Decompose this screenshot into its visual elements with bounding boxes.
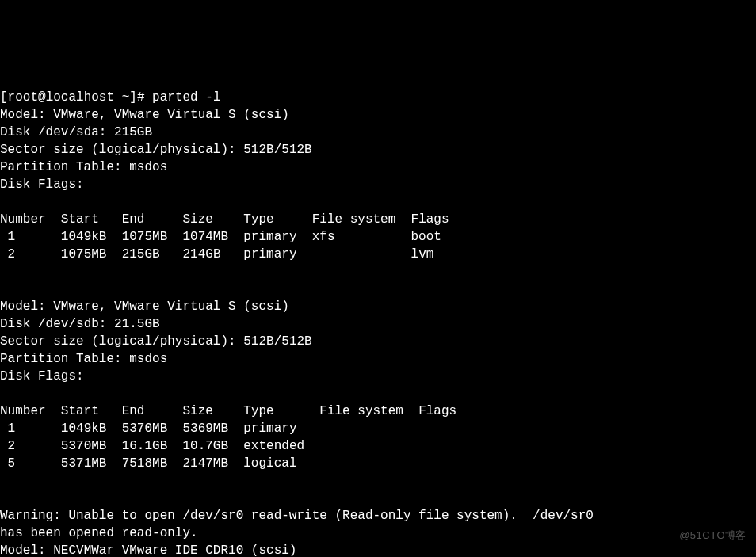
disk0-sector: Sector size (logical/physical): 512B/512… — [0, 143, 312, 157]
disk1-header-row: Number Start End Size Type File system F… — [0, 404, 456, 418]
warning-text: Warning: Unable to open /dev/sr0 read-wr… — [0, 509, 594, 540]
prompt-user: root — [8, 90, 38, 105]
disk1-path: Disk /dev/sdb: 21.5GB — [0, 317, 160, 331]
disk0-partition-row: 2 1075MB 215GB 214GB primary lvm — [0, 247, 433, 261]
prompt-cwd: ~ — [122, 90, 130, 105]
command-text: parted -l — [152, 90, 220, 105]
disk1-flags: Disk Flags: — [0, 369, 91, 383]
terminal-output[interactable]: [root@localhost ~]# parted -l Model: VMw… — [0, 87, 756, 557]
disk1-partition-row: 1 1049kB 5370MB 5369MB primary — [0, 422, 296, 436]
disk0-flags: Disk Flags: — [0, 177, 91, 192]
disk1-sector: Sector size (logical/physical): 512B/512… — [0, 334, 312, 349]
disk0-header-row: Number Start End Size Type File system F… — [0, 212, 449, 227]
watermark-text: @51CTO博客 — [679, 527, 746, 544]
disk0-ptable: Partition Table: msdos — [0, 160, 167, 174]
disk0-path: Disk /dev/sda: 215GB — [0, 125, 152, 139]
prompt-symbol: # — [137, 90, 145, 105]
disk1-model: Model: VMware, VMware Virtual S (scsi) — [0, 299, 289, 314]
prompt-line: [root@localhost ~]# parted -l — [0, 90, 221, 105]
disk1-partition-row: 2 5370MB 16.1GB 10.7GB extended — [0, 439, 304, 453]
prompt-host: localhost — [46, 90, 114, 105]
disk1-partition-row: 5 5371MB 7518MB 2147MB logical — [0, 456, 296, 471]
disk0-partition-row: 1 1049kB 1075MB 1074MB primary xfs boot — [0, 230, 441, 244]
sr0-model: Model: NECVMWar VMware IDE CDR10 (scsi) — [0, 544, 296, 557]
disk0-model: Model: VMware, VMware Virtual S (scsi) — [0, 108, 289, 122]
disk1-ptable: Partition Table: msdos — [0, 352, 167, 366]
